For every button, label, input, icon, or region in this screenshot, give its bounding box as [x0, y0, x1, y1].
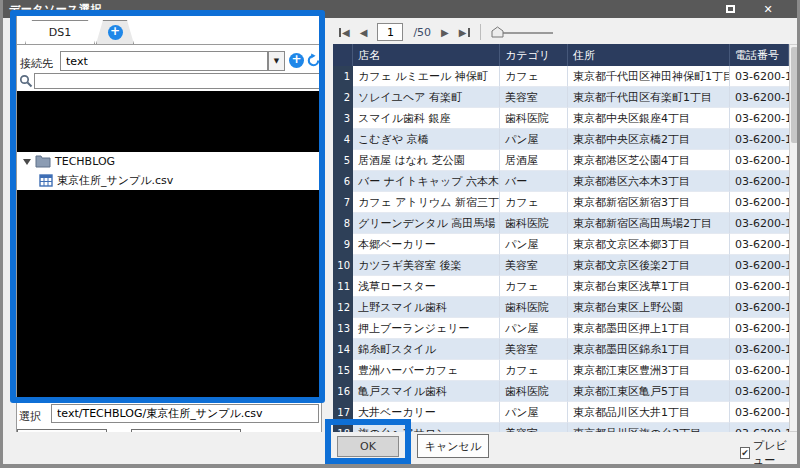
cell-store-name: 本郷ベーカリー — [353, 234, 500, 255]
table-file-icon — [39, 174, 53, 187]
cell-phone: 03-6200-10 — [730, 276, 789, 297]
refresh-icon — [306, 53, 321, 68]
cell-address: 東京都文京区後楽2丁目 — [568, 255, 730, 276]
cell-address: 東京都中央区銀座4丁目 — [568, 108, 730, 129]
table-row: 16 亀戸スマイル歯科 歯科医院 東京都江東区亀戸5丁目 03-6200-10 — [333, 381, 789, 402]
cell-store-name: カツラギ美容室 後楽 — [353, 255, 500, 276]
cell-store-name: ソレイユヘア 有楽町 — [353, 87, 500, 108]
cell-row-number: 7 — [333, 192, 353, 213]
cell-category: 歯科医院 — [500, 297, 568, 318]
header-phone: 電話番号 — [730, 44, 789, 66]
cell-phone: 03-6200-10 — [730, 402, 789, 423]
cell-address: 東京都中央区京橋2丁目 — [568, 129, 730, 150]
cell-row-number: 11 — [333, 276, 353, 297]
cell-store-name: スマイル歯科 銀座 — [353, 108, 500, 129]
cell-store-name: 押上ブーランジェリー — [353, 318, 500, 339]
tree-file-label: 東京住所_サンプル.csv — [57, 173, 173, 188]
preview-checkbox[interactable]: ✔ — [740, 447, 750, 459]
next-page-button[interactable]: ▶ — [441, 27, 449, 38]
cell-row-number: 14 — [333, 339, 353, 360]
cell-category: 美容室 — [500, 423, 568, 432]
add-connection-button[interactable]: + — [289, 53, 304, 68]
header-row-number — [333, 44, 353, 66]
cell-address: 東京都港区芝公園4丁目 — [568, 150, 730, 171]
folder-icon — [35, 155, 51, 168]
cell-category: パン屋 — [500, 318, 568, 339]
table-row: 10 カツラギ美容室 後楽 美容室 東京都文京区後楽2丁目 03-6200-10 — [333, 255, 789, 276]
last-page-button[interactable]: ▶ — [459, 27, 470, 38]
cell-row-number: 9 — [333, 234, 353, 255]
tree-folder-techblog[interactable]: TECHBLOG — [17, 152, 317, 171]
cell-address: 東京都墨田区押上1丁目 — [568, 318, 730, 339]
cell-store-name: 居酒屋 はなれ 芝公園 — [353, 150, 500, 171]
cell-address: 東京都新宿区新宿3丁目 — [568, 192, 730, 213]
cell-category: カフェ — [500, 360, 568, 381]
search-input[interactable] — [34, 73, 320, 89]
tree-file-csv[interactable]: 東京住所_サンプル.csv — [17, 171, 317, 190]
table-row: 1 カフェ ルミエール 神保町 カフェ 東京都千代田区神田神保町1丁目 03-6… — [333, 66, 789, 87]
table-row: 6 バー ナイトキャップ 六本木 バー 東京都港区六本木3丁目 03-6200-… — [333, 171, 789, 192]
cell-row-number: 16 — [333, 381, 353, 402]
cell-row-number: 8 — [333, 213, 353, 234]
table-row: 18 旗の台ヘアサロン 美容室 東京都品川区旗の台2丁目 03-6200-10 — [333, 423, 789, 432]
header-address: 住所 — [568, 44, 730, 66]
cell-row-number: 18 — [333, 423, 353, 432]
table-row: 15 豊洲ハーバーカフェ カフェ 東京都江東区豊洲3丁目 03-6200-10 — [333, 360, 789, 381]
chevron-down-icon: ▼ — [274, 57, 279, 65]
cell-category: 美容室 — [500, 339, 568, 360]
cell-phone: 03-6200-100 — [730, 213, 789, 234]
cell-category: パン屋 — [500, 402, 568, 423]
cell-address: 東京都港区六本木3丁目 — [568, 171, 730, 192]
tab-ds1[interactable]: DS1 — [25, 20, 95, 44]
cell-category: 歯科医院 — [500, 108, 568, 129]
cell-phone: 03-6200-100 — [730, 150, 789, 171]
maximize-icon — [726, 5, 735, 13]
cell-category: カフェ — [500, 276, 568, 297]
connection-input[interactable] — [60, 51, 268, 71]
data-source-dialog: データソース選択 ✕ DS1 + 接続先 ▼ + TECHBLOG — [0, 0, 800, 468]
first-page-button[interactable]: ◀ — [339, 27, 350, 38]
next-page-icon: ▶ — [441, 27, 449, 38]
page-number-input[interactable] — [377, 23, 403, 41]
slider-thumb[interactable] — [491, 26, 504, 38]
table-row: 11 浅草ロースター カフェ 東京都台東区浅草1丁目 03-6200-10 — [333, 276, 789, 297]
table-header-row: 店名 カテゴリ 住所 電話番号 — [333, 44, 789, 66]
cell-phone: 03-6200-10 — [730, 360, 789, 381]
prev-page-button[interactable]: ◀ — [360, 27, 368, 38]
cell-row-number: 1 — [333, 66, 353, 87]
cell-phone: 03-6200-10 — [730, 318, 789, 339]
footer-bar — [3, 432, 800, 464]
cell-row-number: 5 — [333, 150, 353, 171]
zoom-slider[interactable] — [491, 26, 553, 38]
ok-button[interactable]: OK — [337, 436, 399, 457]
cell-address: 東京都墨田区錦糸1丁目 — [568, 339, 730, 360]
cancel-button[interactable]: キャンセル — [417, 434, 489, 458]
scrollbar-thumb[interactable] — [791, 47, 798, 143]
cell-store-name: カフェ ルミエール 神保町 — [353, 66, 500, 87]
cell-phone: 03-6200-10 — [730, 381, 789, 402]
preview-toggle[interactable]: ✔ プレビュー — [740, 438, 797, 468]
connection-label: 接続先 — [20, 56, 53, 71]
tab-ds1-label: DS1 — [49, 26, 71, 39]
cell-phone: 03-6200-100 — [730, 234, 789, 255]
cell-address: 東京都千代田区神田神保町1丁目 — [568, 66, 730, 87]
cell-row-number: 12 — [333, 297, 353, 318]
cell-category: パン屋 — [500, 234, 568, 255]
cell-phone: 03-6200-100 — [730, 171, 789, 192]
cell-store-name: バー ナイトキャップ 六本木 — [353, 171, 500, 192]
table-scrollbar[interactable] — [789, 44, 800, 432]
close-button[interactable]: ✕ — [755, 1, 781, 17]
tree-expander-icon[interactable] — [23, 159, 31, 165]
maximize-button[interactable] — [717, 1, 743, 17]
cell-phone: 03-6200-100 — [730, 108, 789, 129]
selection-path-input[interactable] — [51, 404, 319, 423]
table-row: 3 スマイル歯科 銀座 歯科医院 東京都中央区銀座4丁目 03-6200-100 — [333, 108, 789, 129]
cell-category: カフェ — [500, 66, 568, 87]
cell-phone: 03-6200-100 — [730, 66, 789, 87]
cancel-label: キャンセル — [425, 439, 481, 454]
refresh-button[interactable] — [306, 53, 321, 72]
first-page-icon — [339, 28, 341, 37]
connection-dropdown-button[interactable]: ▼ — [268, 51, 285, 71]
ok-label: OK — [360, 440, 376, 453]
tab-divider — [17, 44, 321, 45]
